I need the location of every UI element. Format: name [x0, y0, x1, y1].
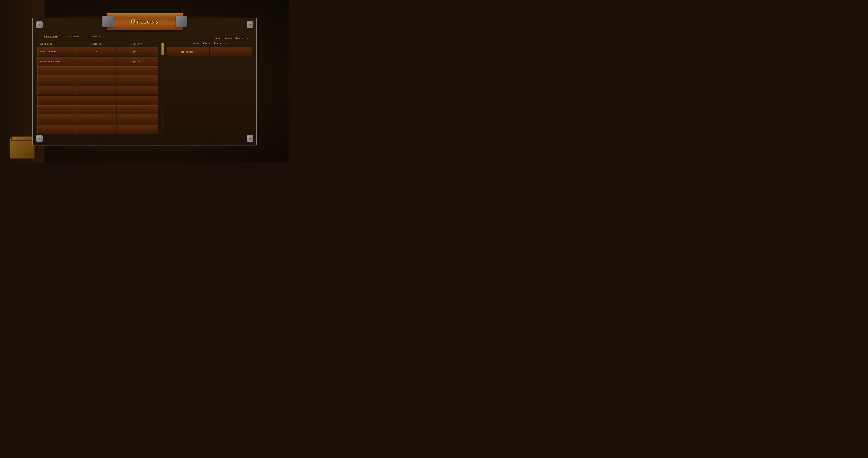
corner-bolt-tl [36, 21, 42, 28]
action-cell-5[interactable] [37, 86, 76, 95]
gamepad-label-upgrade-cannons: B [96, 60, 97, 62]
defaults-cell-6[interactable] [117, 96, 158, 105]
gamepad-label-move-forward: A [96, 50, 97, 53]
binding-row-9 [37, 125, 160, 134]
defaults-cell-5[interactable] [117, 86, 158, 95]
gamepad-cell-move-forward[interactable]: A [77, 47, 116, 56]
defaults-cell-move-forward[interactable]: [None] [117, 47, 158, 56]
tab-audio-visual: Audio Visual Settings [215, 36, 250, 40]
action-label-upgrade-cannons: Upgrade Cannons [40, 60, 61, 62]
defaults-label-move-forward: [None] [133, 50, 141, 53]
defaults-cell-7[interactable] [117, 105, 158, 115]
binding-row-5 [37, 86, 160, 95]
defaults-cell-upgrade-cannons[interactable]: [None] [117, 57, 158, 66]
bindings-area: Keyboard Gamepad Defaults Move Forward A [37, 41, 252, 134]
tab-defaults[interactable]: Defaults [83, 33, 105, 40]
action-cell-6[interactable] [37, 96, 76, 105]
dialog-title: Options [130, 18, 159, 25]
binding-row-move-forward: Move Forward A [None] [37, 47, 160, 56]
binding-rows-container: Move Forward A [None] Upgrade Cannons [37, 47, 160, 134]
corner-bolt-tr [247, 21, 253, 28]
col-header-keyboard: Keyboard [37, 41, 76, 47]
action-cell-4[interactable] [37, 76, 76, 85]
gamepad-cell-6[interactable] [77, 96, 116, 105]
action-cell-3[interactable] [37, 66, 76, 76]
defaults-cell-4[interactable] [117, 76, 158, 85]
av-settings-panel: Audio Visual Settings Resolution [165, 41, 252, 134]
action-cell-8[interactable] [37, 115, 76, 124]
action-cell-upgrade-cannons[interactable]: Upgrade Cannons [37, 57, 76, 66]
av-resolution-label: Resolution [181, 51, 195, 53]
options-dialog: Options Keyboard Gamepad Defaults Audio … [32, 18, 257, 145]
av-resolution-row: Resolution [167, 47, 252, 56]
binding-row-7 [37, 105, 160, 115]
binding-row-3 [37, 66, 160, 76]
binding-row-8 [37, 115, 160, 124]
title-banner: Options [104, 12, 185, 31]
tab-keyboard[interactable]: Keyboard [39, 33, 62, 40]
tabs-row: Keyboard Gamepad Defaults Audio Visual S… [37, 33, 252, 40]
defaults-cell-3[interactable] [117, 66, 158, 76]
gamepad-cell-8[interactable] [77, 115, 116, 124]
action-cell-7[interactable] [37, 105, 76, 115]
binding-row-6 [37, 96, 160, 105]
gamepad-cell-9[interactable] [77, 125, 116, 134]
scroll-track[interactable] [161, 41, 164, 134]
scroll-thumb[interactable] [161, 42, 164, 55]
corner-bolt-br [247, 135, 253, 142]
bindings-table: Keyboard Gamepad Defaults Move Forward A [37, 41, 160, 134]
gamepad-cell-upgrade-cannons[interactable]: B [77, 57, 116, 66]
corner-bolt-bl [36, 135, 42, 142]
binding-row-upgrade-cannons: Upgrade Cannons B [None] [37, 57, 160, 66]
defaults-cell-9[interactable] [117, 125, 158, 134]
table-header-row: Keyboard Gamepad Defaults [37, 41, 160, 47]
col-header-gamepad: Gamepad [76, 41, 116, 47]
gamepad-cell-5[interactable] [77, 86, 116, 95]
dialog-content: Keyboard Gamepad Defaults Audio Visual S… [33, 33, 256, 139]
gamepad-cell-4[interactable] [77, 76, 116, 85]
av-resolution-value-cell[interactable] [210, 47, 252, 56]
gamepad-cell-7[interactable] [77, 105, 116, 115]
col-header-defaults: Defaults [116, 41, 157, 47]
av-resolution-label-cell[interactable]: Resolution [167, 47, 209, 56]
tab-gamepad[interactable]: Gamepad [62, 33, 83, 40]
action-cell-9[interactable] [37, 125, 76, 134]
gamepad-cell-3[interactable] [77, 66, 116, 76]
av-settings-header: Audio Visual Settings [167, 41, 252, 45]
defaults-label-upgrade-cannons: [None] [133, 60, 141, 62]
action-label-move-forward: Move Forward [40, 50, 58, 53]
action-cell-move-forward[interactable]: Move Forward [37, 47, 76, 56]
defaults-cell-8[interactable] [117, 115, 158, 124]
title-plank: Options [106, 13, 183, 30]
chest-decoration-1 [9, 137, 35, 159]
binding-row-4 [37, 76, 160, 85]
